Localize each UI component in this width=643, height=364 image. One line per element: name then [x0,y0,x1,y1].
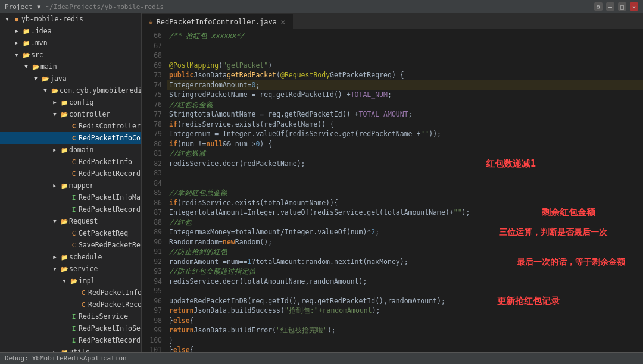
sidebar-item-schedule[interactable]: ▶ 📁 schedule [0,251,141,263]
sidebar-item-redpacketinfo[interactable]: C RedPacketInfo [0,156,141,168]
java-interface-icon: I [69,335,79,345]
spacer [69,288,79,297]
sidebar-item-impl[interactable]: ▼ 📂 impl [0,275,141,287]
folder-icon: 📂 [60,109,69,119]
sidebar-item-redisservice[interactable]: I RedisService [0,310,141,322]
java-class-icon: C [69,121,79,131]
editor-area: ☕ RedPacketInfoController.java × 6667686… [142,13,643,352]
sidebar-item-mapper[interactable]: ▶ 📁 mapper [0,180,141,192]
minimize-button[interactable]: — [606,2,614,11]
sidebar-label-redpacketrecordmapper: RedPacketRecordMapper [79,205,142,214]
folder-icon: 📁 [60,181,69,190]
sidebar-label-idea: .idea [31,27,52,35]
close-button[interactable]: ✕ [630,2,638,11]
java-interface-icon: I [69,312,79,321]
sidebar-item-idea[interactable]: ▶ 📁 .idea [0,25,141,37]
sidebar-item-utils[interactable]: ▶ 📁 utils [0,346,141,352]
folder-icon: 📁 [21,38,31,48]
sidebar-item-com[interactable]: ▼ 📂 com.cyb.ybmobileredis [0,84,141,96]
code-line-75: String redPacketName = req.getRedPacketI… [167,90,643,100]
sidebar-label-redisservice: RedisService [79,312,128,321]
sidebar-item-service[interactable]: ▼ 📂 service [0,263,141,275]
sidebar-item-domain[interactable]: ▶ 📁 domain [0,144,141,156]
code-line-74: Integer randomAmount=0; [167,80,643,90]
code-line-92: randomAmount =num==1?totalAmount:random.… [167,257,643,267]
sidebar-item-src[interactable]: ▼ 📂 src [0,49,141,61]
java-class-icon: C [79,300,88,309]
java-class-icon: C [69,240,79,250]
java-file-icon: ☕ [149,18,153,26]
code-line-94: redisService.decr(totalAmountName,random… [167,277,643,287]
annotation-82: 红包数递减1 [486,159,536,169]
sidebar-item-redpacketrecordservice[interactable]: I RedPacketRecordService [0,334,141,346]
spacer [60,157,69,167]
code-line-66: /** 抢红包 xxxxxx*/ [167,31,643,41]
sidebar-label-mapper: mapper [69,181,94,190]
title-bar-controls: ⚙ — □ ✕ [594,2,638,11]
spacer [69,300,79,309]
java-interface-icon: I [69,324,79,333]
settings-button[interactable]: ⚙ [594,2,603,11]
spacer [60,312,69,321]
folder-open-icon: ▼ [50,264,60,274]
folder-open-icon: ▼ [50,109,60,119]
chevron-right-icon: ▶ [50,347,60,352]
sidebar-label-redpacketinfoserviceimpl: RedPacketInfoServiceImpl [88,288,142,297]
sidebar-item-main[interactable]: ▼ 📂 main [0,61,141,73]
chevron-right-icon: ▶ [50,98,60,107]
folder-open-icon: ▼ [31,74,40,83]
sidebar-item-redpacketrecord[interactable]: C RedPacketRecord [0,168,141,180]
java-class-icon: C [79,288,88,297]
code-line-68 [167,51,643,61]
folder-icon: 📁 [60,145,69,155]
java-interface-icon: I [69,193,79,202]
code-area[interactable]: /** 抢红包 xxxxxx*/ @PostMapping("getPacket… [167,30,643,352]
sidebar-label-rediscontroller: RedisController [79,122,141,130]
tab-close-button[interactable]: × [280,17,285,27]
sidebar-item-redpacketinfocontroller[interactable]: C RedPacketInfoController [0,132,141,144]
sidebar-label-redpacketrecordserviceimpl: RedPacketRecordServiceImpl [88,300,142,309]
code-line-98: } else { [167,316,643,326]
sidebar-item-root[interactable]: ▼ ● yb-mobile-redis [0,13,141,25]
sidebar-item-redpacketinfoservice[interactable]: I RedPacketInfoService [0,322,141,334]
sidebar-item-controller[interactable]: ▼ 📂 controller [0,108,141,120]
java-class-icon: C [69,228,79,238]
sidebar-item-saveredpacketreq[interactable]: C SaveRedPacketReq [0,239,141,251]
code-line-76: //红包总金额 [167,100,643,110]
dropdown-icon: ▼ [37,4,40,10]
tab-label: RedPacketInfoController.java [157,18,277,26]
folder-open-icon: ▼ [2,14,12,24]
annotation2b-92: 最后一次的话，等于剩余金额 [517,257,625,267]
sidebar-label-controller: controller [69,110,110,118]
sidebar-item-request[interactable]: ▼ 📂 Request [0,215,141,227]
chevron-right-icon: ▶ [12,38,21,48]
sidebar-label-mvn: .mvn [31,39,48,47]
sidebar-item-getpacketreq[interactable]: C GetPacketReq [0,227,141,239]
annotation-96: 更新抢红包记录 [497,296,560,306]
code-line-93: //防止红包金额超过指定值 [167,266,643,277]
sidebar-label-schedule: schedule [69,253,102,261]
debug-bar: Debug: YbMobileRedisApplication [0,352,643,364]
sidebar-item-redpacketinfoserviceimpl[interactable]: C RedPacketInfoServiceImpl [0,287,141,299]
java-class-icon: C [69,157,79,167]
code-line-77: String totalAmountName = req.getRedPacke… [167,109,643,120]
chevron-right-icon: ▶ [12,26,21,36]
sidebar-item-redpacketrecordserviceimpl[interactable]: C RedPacketRecordServiceImpl [0,299,141,310]
sidebar-item-redpacketinfomapper[interactable]: I RedPacketInfoMapper [0,192,141,203]
sidebar-item-mvn[interactable]: ▶ 📁 .mvn [0,37,141,49]
sidebar-item-config[interactable]: ▶ 📁 config [0,96,141,108]
sidebar-item-java[interactable]: ▼ 📂 java [0,73,141,84]
spacer [60,205,69,214]
editor-tab-active[interactable]: ☕ RedPacketInfoController.java × [142,14,293,29]
sidebar-label-saveredpacketreq: SaveRedPacketReq [79,241,142,249]
java-class-icon: C [69,133,79,143]
debug-process: YbMobileRedisApplication [32,354,127,362]
sidebar-item-redpacketrecordmapper[interactable]: I RedPacketRecordMapper [0,203,141,215]
sidebar[interactable]: ▼ ● yb-mobile-redis ▶ 📁 .idea ▶ 📁 .mvn ▼… [0,13,142,352]
sidebar-label-config: config [69,98,94,106]
code-line-84 [167,178,643,189]
sidebar-item-rediscontroller[interactable]: C RedisController [0,120,141,132]
maximize-button[interactable]: □ [618,2,626,11]
folder-open-icon: ▼ [12,50,21,59]
annotation2-89: 三位运算，判断是否最后一次 [499,227,607,237]
